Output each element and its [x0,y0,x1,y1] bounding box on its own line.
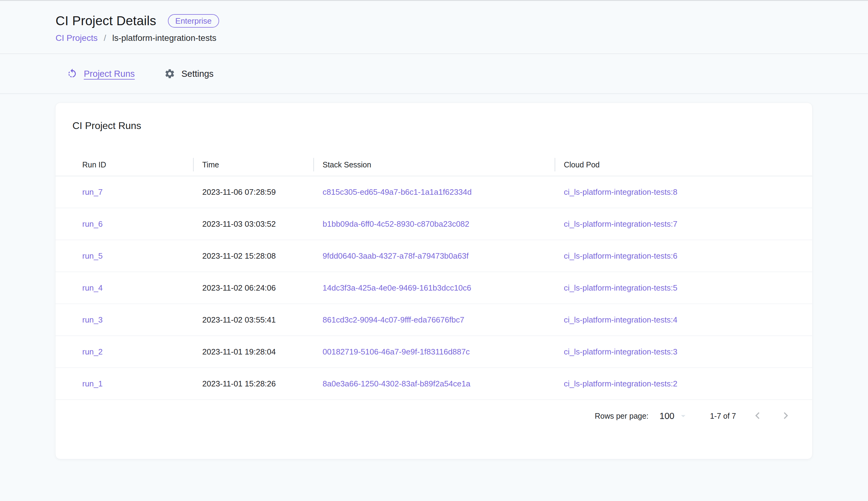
run-id-link[interactable]: run_5 [82,251,103,260]
run-time: 2023-11-03 03:03:52 [202,219,276,228]
column-header-cloud-pod[interactable]: Cloud Pod [554,153,812,176]
run-id-link[interactable]: run_1 [82,379,103,388]
stack-session-link[interactable]: c815c305-ed65-49a7-b6c1-1a1a1f62334d [322,188,472,196]
title-row: CI Project Details Enterprise [56,13,868,28]
run-id-link[interactable]: run_7 [82,188,103,196]
stack-session-link[interactable]: 14dc3f3a-425a-4e0e-9469-161b3dcc10c6 [322,283,471,292]
table-row: run_5 2023-11-02 15:28:08 9fdd0640-3aab-… [56,240,812,272]
run-time: 2023-11-02 15:28:08 [202,251,276,260]
page-title: CI Project Details [56,13,156,28]
ci-project-runs-card: CI Project Runs Run ID Time Stack Sessio… [55,103,812,459]
cloud-pod-link[interactable]: ci_ls-platform-integration-tests:4 [564,315,678,324]
breadcrumb-separator: / [104,33,106,43]
run-time: 2023-11-06 07:28:59 [202,188,276,196]
tab-settings-label: Settings [182,69,213,79]
cloud-pod-link[interactable]: ci_ls-platform-integration-tests:6 [564,251,678,260]
stack-session-link[interactable]: 00182719-5106-46a7-9e9f-1f83116d887c [322,347,470,356]
rows-per-page-label: Rows per page: [595,412,649,420]
tab-project-runs-label: Project Runs [84,69,135,79]
run-id-link[interactable]: run_3 [82,315,103,324]
run-time: 2023-11-01 19:28:04 [202,347,276,356]
card-title: CI Project Runs [56,103,812,131]
tab-settings[interactable]: Settings [164,68,213,79]
cloud-pod-link[interactable]: ci_ls-platform-integration-tests:2 [564,379,678,388]
breadcrumb-current: ls-platform-integration-tests [112,33,216,43]
table-pagination: Rows per page: 100 1-7 of 7 [56,400,812,432]
cloud-pod-link[interactable]: ci_ls-platform-integration-tests:8 [564,188,678,196]
table-header-row: Run ID Time Stack Session Cloud Pod [56,153,812,176]
rows-per-page-select[interactable]: 100 [660,411,689,421]
table-row: run_7 2023-11-06 07:28:59 c815c305-ed65-… [56,176,812,208]
column-header-stack-session[interactable]: Stack Session [314,153,554,176]
run-time: 2023-11-02 03:55:41 [202,315,276,324]
table-row: run_4 2023-11-02 06:24:06 14dc3f3a-425a-… [56,272,812,304]
cloud-pod-link[interactable]: ci_ls-platform-integration-tests:7 [564,219,678,228]
table-row: run_6 2023-11-03 03:03:52 b1bb09da-6ff0-… [56,208,812,240]
dropdown-arrow-icon [674,411,689,421]
column-header-run-id[interactable]: Run ID [56,153,193,176]
stack-session-link[interactable]: 861cd3c2-9094-4c07-9fff-eda76676fbc7 [322,315,464,324]
run-id-link[interactable]: run_4 [82,283,103,292]
column-header-time[interactable]: Time [193,153,314,176]
breadcrumb-parent-link[interactable]: CI Projects [56,33,98,43]
chevron-right-icon [779,409,792,423]
tab-project-runs[interactable]: Project Runs [67,68,135,79]
table-row: run_3 2023-11-02 03:55:41 861cd3c2-9094-… [56,304,812,336]
tab-bar: Project Runs Settings [0,54,868,94]
breadcrumb: CI Projects / ls-platform-integration-te… [56,33,868,43]
page-header: CI Project Details Enterprise CI Project… [0,1,868,54]
stack-session-link[interactable]: 8a0e3a66-1250-4302-83af-b89f2a54ce1a [322,379,470,388]
rows-per-page-value: 100 [660,411,674,421]
run-time: 2023-11-02 06:24:06 [202,283,276,292]
chevron-left-icon [751,409,764,423]
stack-session-link[interactable]: 9fdd0640-3aab-4327-a78f-a79473b0a63f [322,251,469,260]
pagination-range-label: 1-7 of 7 [710,412,736,420]
table-body: run_7 2023-11-06 07:28:59 c815c305-ed65-… [56,176,812,400]
run-id-link[interactable]: run_2 [82,347,103,356]
cloud-pod-link[interactable]: ci_ls-platform-integration-tests:3 [564,347,678,356]
gear-icon [164,68,175,79]
history-icon [67,68,78,79]
table-row: run_1 2023-11-01 15:28:26 8a0e3a66-1250-… [56,368,812,400]
card-bottom-padding [56,432,812,459]
run-id-link[interactable]: run_6 [82,219,103,228]
run-time: 2023-11-01 15:28:26 [202,379,276,388]
next-page-button[interactable] [779,409,792,423]
table-row: run_2 2023-11-01 19:28:04 00182719-5106-… [56,336,812,368]
cloud-pod-link[interactable]: ci_ls-platform-integration-tests:5 [564,283,678,292]
enterprise-badge: Enterprise [168,14,219,28]
stack-session-link[interactable]: b1bb09da-6ff0-4c52-8930-c870ba23c082 [322,219,469,228]
previous-page-button[interactable] [751,409,764,423]
